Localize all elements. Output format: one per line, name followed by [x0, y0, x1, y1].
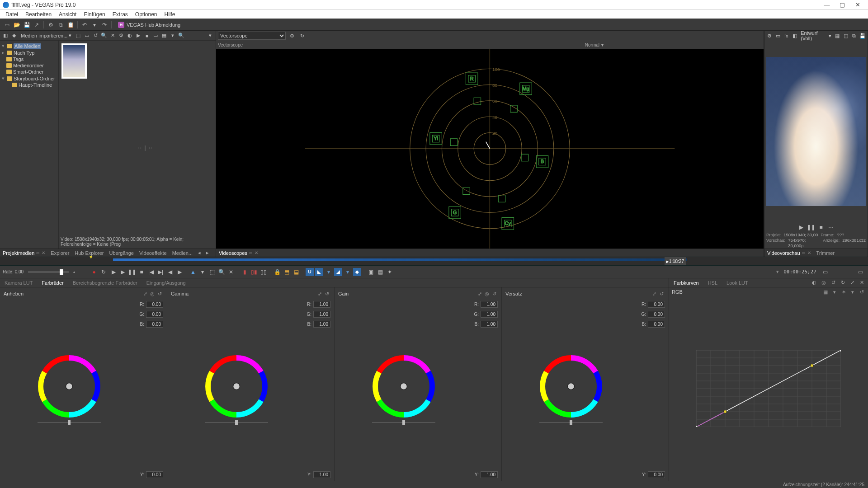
media-filter-icon[interactable]: ◆	[10, 32, 18, 39]
curve-dropdown-icon[interactable]: ▾	[831, 288, 838, 296]
tab-videoeffekte[interactable]: Videoeffekte	[137, 249, 170, 257]
hub-signout[interactable]: H VEGAS Hub Abmeldung	[118, 22, 180, 28]
reset-icon[interactable]: ↺	[156, 290, 163, 297]
menu-bearbeiten[interactable]: Bearbeiten	[22, 10, 55, 19]
media-stop-icon[interactable]: ■	[143, 32, 151, 39]
media-menu-icon[interactable]: ◧	[2, 32, 9, 39]
reset-icon[interactable]: ↺	[491, 290, 498, 297]
normal-edit-tool[interactable]: ▲	[189, 268, 197, 276]
gtab-kamera-lut[interactable]: Kamera LUT	[0, 279, 37, 286]
tool-dropdown[interactable]: ▾	[198, 268, 207, 276]
media-remove-unused-icon[interactable]: ↺	[92, 32, 99, 39]
menu-extras[interactable]: Extras	[109, 10, 132, 19]
media-screen-icon[interactable]: ▭	[83, 32, 90, 39]
curve-close-icon[interactable]: ✕	[858, 279, 865, 286]
color-wheel[interactable]	[370, 352, 438, 420]
autoripple-l-icon[interactable]: ◣	[315, 268, 323, 276]
curve-redo-icon[interactable]: ↻	[839, 279, 846, 286]
timeline-clip[interactable]	[113, 258, 687, 261]
media-search2-icon[interactable]: 🔍	[178, 32, 185, 39]
tree-alle-medien[interactable]: ▾Alle Medien	[1, 42, 57, 49]
gain-r-value[interactable]: 1.00	[481, 301, 498, 308]
wheel-y-slider[interactable]	[203, 420, 270, 425]
menu-einfuegen[interactable]: Einfügen	[80, 10, 108, 19]
target-icon[interactable]: ◎	[483, 290, 491, 297]
gain-g-value[interactable]: 1.00	[481, 311, 498, 318]
media-capture-icon[interactable]: ⬚	[75, 32, 82, 39]
curve-reset-icon[interactable]: ↺	[858, 288, 865, 296]
tree-storyboard-ordner[interactable]: ▾Storyboard-Ordner	[1, 75, 57, 82]
gtab-farbraeder[interactable]: Farbräder	[37, 279, 68, 286]
properties-icon[interactable]: ⚙	[47, 21, 55, 29]
event-opt-icon[interactable]: ✦	[386, 268, 394, 276]
pin-icon[interactable]: ▭	[802, 251, 806, 255]
scope-type-select[interactable]: Vectorscope	[218, 32, 286, 40]
preview-copy-icon[interactable]: ⧉	[851, 32, 858, 39]
curve-undo-icon[interactable]: ↺	[830, 279, 837, 286]
redo-icon[interactable]: ↷	[100, 21, 108, 29]
maximize-timeline-icon[interactable]: ▭	[856, 268, 864, 276]
pause-button[interactable]: ❚❚	[128, 268, 136, 276]
close-icon[interactable]: ✕	[255, 250, 258, 255]
curve-grid-icon[interactable]: ▦	[822, 288, 829, 296]
tab-scroll-right[interactable]: ▸	[203, 249, 212, 257]
scope-settings-icon[interactable]: ⚙	[288, 32, 296, 39]
snap-icon[interactable]: ⬒	[283, 268, 291, 276]
tab-projektmedien[interactable]: Projektmedien▭✕	[0, 249, 48, 257]
versatz-b-value[interactable]: 0.00	[648, 321, 665, 328]
versatz-y-value[interactable]: 0.00	[648, 471, 665, 478]
event-fx-icon[interactable]: ▣	[367, 268, 375, 276]
save-icon[interactable]: 💾	[23, 21, 31, 29]
media-close-icon[interactable]: ✕	[109, 32, 116, 39]
target-icon[interactable]: ◎	[149, 290, 156, 297]
gtab-bereichsbegrenzte[interactable]: Bereichsbegrenzte Farbräder	[68, 279, 142, 286]
curve-expand-icon[interactable]: ⤢	[849, 279, 856, 286]
anheben-b-value[interactable]: 0.00	[146, 321, 163, 328]
loop-button[interactable]: ↻	[99, 268, 108, 276]
gamma-g-value[interactable]: 1.00	[313, 311, 330, 318]
expand-icon[interactable]: ⤢	[142, 290, 149, 297]
wheel-y-slider[interactable]	[35, 420, 103, 425]
media-thumb-1[interactable]	[61, 43, 87, 79]
paste-icon[interactable]: 📋	[66, 21, 75, 29]
preview-pause-icon[interactable]: ❚❚	[807, 224, 815, 231]
close-icon[interactable]: ✕	[807, 250, 811, 255]
menu-hilfe[interactable]: Hilfe	[161, 10, 179, 19]
tree-tags[interactable]: Tags	[1, 56, 57, 62]
prev-frame-button[interactable]: ◀	[166, 268, 174, 276]
event-gen-icon[interactable]: ▤	[376, 268, 384, 276]
versatz-r-value[interactable]: 0.00	[648, 301, 665, 308]
scope-mode-dropdown[interactable]: Normal▾	[585, 42, 604, 47]
undo-dropdown-icon[interactable]: ▾	[90, 21, 99, 29]
undo-icon[interactable]: ↶	[80, 21, 89, 29]
copy-icon[interactable]: ⧉	[57, 21, 65, 29]
tab-trimmer[interactable]: Trimmer	[814, 249, 838, 257]
expand-icon[interactable]: ⤢	[476, 290, 483, 297]
media-autopreview-icon[interactable]: ▭	[152, 32, 159, 39]
ripple-dropdown-icon[interactable]: ▾	[325, 268, 333, 276]
minimize-button[interactable]: —	[819, 0, 835, 10]
open-icon[interactable]: 📂	[13, 21, 21, 29]
preview-save-icon[interactable]: 💾	[859, 32, 866, 39]
color-wheel[interactable]	[537, 352, 605, 420]
preview-more-icon[interactable]: ⋯	[827, 224, 835, 231]
media-settings-icon[interactable]: ⚙	[118, 32, 125, 39]
autoripple-u-icon[interactable]: U	[306, 268, 314, 276]
anheben-y-value[interactable]: 0.00	[146, 471, 163, 478]
gtab-look-lut[interactable]: Look LUT	[722, 279, 753, 286]
menu-ansicht[interactable]: Ansicht	[55, 10, 80, 19]
gtab-farbkurven[interactable]: Farbkurven	[669, 279, 703, 286]
media-play-icon[interactable]: ▶	[135, 32, 142, 39]
curve-star-icon[interactable]: ✶	[840, 288, 847, 296]
maximize-button[interactable]: ▢	[835, 0, 850, 10]
tab-videovorschau[interactable]: Videovorschau▭✕	[764, 249, 814, 257]
play-button[interactable]: ▶	[118, 268, 127, 276]
pin-icon[interactable]: ▭	[36, 251, 40, 255]
preview-quality-dropdown[interactable]: Entwurf (Voll)▾	[800, 30, 832, 41]
color-wheel[interactable]	[35, 352, 103, 420]
anheben-g-value[interactable]: 0.00	[146, 311, 163, 318]
go-end-button[interactable]: ▶|	[156, 268, 165, 276]
autocrossfade-dropdown[interactable]: ▾	[344, 268, 352, 276]
media-view-icon[interactable]: ▦	[160, 32, 168, 39]
media-fx-icon[interactable]: ◐	[126, 32, 133, 39]
